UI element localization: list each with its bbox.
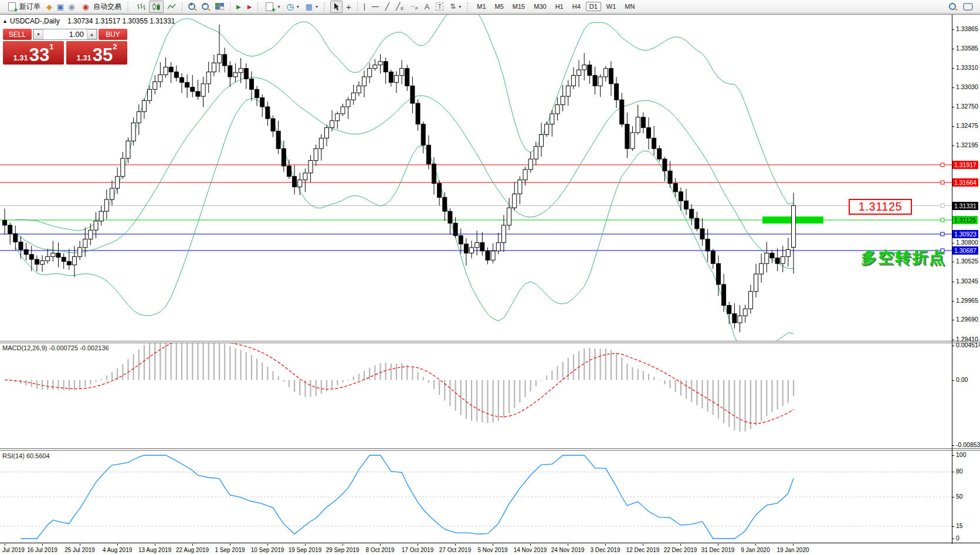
date-label: 4 Aug 2019 [103,547,133,553]
date-tick [192,544,193,546]
candle-body [362,77,367,86]
search-icon[interactable] [949,3,956,10]
volume-increase-button[interactable]: ▲ [87,29,97,39]
level-price-label-1.31917[interactable]: 1.31917 [952,161,978,169]
candle [754,264,758,297]
templates-button[interactable]: ▦ ▾ [303,1,321,13]
signal-icon[interactable]: ◉ [66,1,77,12]
shapes-tool[interactable]: ⇅▾ [447,1,464,13]
sell-price-box[interactable]: 1.31 33 1 [3,41,64,65]
candle [641,112,645,133]
price-level-annotation-box[interactable]: 1.31125 [849,199,912,215]
label-tool[interactable]: T [433,1,446,13]
timeframe-button-M1[interactable]: M1 [473,2,489,11]
candle-body [781,256,785,263]
volume-decrease-button[interactable]: ▼ [33,29,43,39]
candle [630,126,635,151]
trendline-tool[interactable]: ╱ [382,1,392,13]
bar-chart-icon [137,3,145,11]
crosshair-tool-button[interactable]: + [343,1,354,13]
candlestick-mode-button[interactable] [149,1,164,13]
channel-tool[interactable]: ╱E [393,1,407,13]
zoom-out-button[interactable]: − [199,1,212,13]
candle [287,160,291,179]
vertical-line-tool[interactable]: | [361,1,368,13]
auto-trading-button[interactable]: ◉ 自动交易 [77,1,124,13]
chart-shift-button[interactable]: ▶ [245,1,255,13]
timeframe-button-M5[interactable]: M5 [491,2,507,11]
profile-icon[interactable]: ▣ [55,1,66,12]
date-tick [718,544,718,546]
level-price-label-1.30687[interactable]: 1.30687 [952,246,978,255]
main-chart-canvas[interactable] [0,15,952,341]
volume-value[interactable]: 1.00 [43,29,87,39]
candle-body [647,128,651,138]
horizontal-line-tool[interactable]: — [369,1,382,13]
level-handle[interactable] [941,232,944,236]
ohlc-readout: 1.30734 1.31517 1.30355 1.31331 [67,17,175,25]
rsi-canvas[interactable] [0,451,952,543]
vline-icon: | [364,2,365,11]
candle-body [148,89,152,100]
date-tick [380,544,381,546]
candle [582,53,586,80]
candle-body [690,209,694,218]
sell-button[interactable]: SELL [3,29,32,40]
timeframe-button-M30[interactable]: M30 [530,2,550,11]
timeframe-button-M15[interactable]: M15 [509,2,528,11]
new-chart-button[interactable]: ▾ [261,1,283,13]
auto-scroll-button[interactable]: ▶ [233,1,244,13]
level-handle[interactable] [941,204,944,208]
candle [695,212,699,231]
macd-canvas[interactable] [0,343,952,448]
buy-price-box[interactable]: 1.31 35 2 [66,41,127,65]
candle [378,54,382,73]
zoom-in-button[interactable]: + [185,1,198,13]
candle [411,76,415,113]
cursor-tool-button[interactable] [330,1,343,13]
timeframe-button-MN[interactable]: MN [621,2,638,11]
buy-button[interactable]: BUY [99,29,127,40]
level-handle[interactable] [941,218,944,222]
date-label: 12 Dec 2019 [626,547,660,553]
timeframe-button-W1[interactable]: W1 [603,2,620,11]
level-price-label-1.31664[interactable]: 1.31664 [952,178,978,187]
timeframe-button-H4[interactable]: H4 [569,2,584,11]
level-handle[interactable] [941,163,944,167]
new-order-label: 新订单 [19,2,40,12]
level-price-label-1.30923[interactable]: 1.30923 [952,230,978,238]
candle-body [67,262,71,265]
bar-chart-mode-button[interactable] [134,1,148,13]
date-label: 19 Jan 2020 [776,547,809,553]
candle [496,233,500,254]
rsi-tick-label: 15 [956,522,963,529]
fibonacci-tool[interactable]: ┄F [408,1,421,13]
candle-body [40,260,45,264]
candle [501,215,506,252]
timeframe-button-D1[interactable]: D1 [586,2,601,11]
level-price-label-1.31331[interactable]: 1.31331 [952,202,978,210]
text-tool[interactable]: A [422,1,433,13]
price-tick-label: 1.30800 [956,239,978,246]
date-label: 9 Jan 2020 [741,547,770,553]
candle [13,226,18,251]
candle [603,66,608,82]
marker-icon[interactable]: ◆ [44,1,55,12]
date-tick [755,544,756,546]
clock-icon: ◷ [286,2,293,11]
chart-window[interactable]: ▲ USDCAD-,Daily 1.30734 1.31517 1.30355 … [0,14,980,555]
candle-body [620,100,624,124]
rsi-tick-label: 0 [956,534,959,542]
new-order-button[interactable]: 新订单 [4,1,43,13]
candle [426,136,430,170]
line-chart-mode-button[interactable] [164,1,179,13]
timeframe-button-H1[interactable]: H1 [552,2,567,11]
level-price-label-1.31125[interactable]: 1.31125 [952,216,978,224]
tile-windows-button[interactable] [212,1,227,13]
candle-body [668,171,672,183]
periods-button[interactable]: ◷ ▾ [283,1,301,13]
turning-point-note[interactable]: 多空转折点 [861,247,946,268]
level-handle[interactable] [941,181,944,184]
date-label: 22 Aug 2019 [176,547,209,553]
community-chat-icon[interactable] [963,3,973,11]
